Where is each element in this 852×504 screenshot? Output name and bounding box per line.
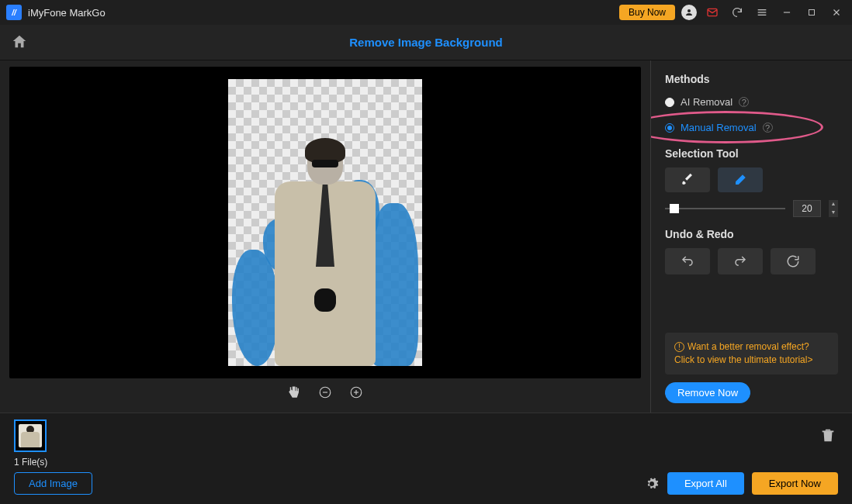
- undo-button[interactable]: [665, 248, 710, 274]
- canvas-tools: [9, 378, 641, 406]
- export-now-button[interactable]: Export Now: [752, 472, 838, 495]
- tip-text: Want a better removal effect? Click to v…: [674, 341, 812, 365]
- brush-size-row: 20 ▲▼: [665, 200, 838, 217]
- zoom-in-icon[interactable]: [348, 385, 364, 400]
- titlebar: // iMyFone MarkGo Buy Now: [0, 0, 852, 25]
- user-icon[interactable]: [681, 5, 697, 20]
- bottom-panel: 1 File(s) Add Image Export All Export No…: [0, 413, 852, 504]
- method-ai-radio[interactable]: AI Removal ?: [665, 93, 838, 111]
- minimize-button[interactable]: [778, 3, 796, 22]
- tutorial-tip[interactable]: !Want a better removal effect? Click to …: [665, 333, 838, 375]
- help-icon[interactable]: ?: [763, 123, 773, 133]
- undo-redo-title: Undo & Redo: [665, 228, 838, 240]
- refresh-icon[interactable]: [728, 3, 746, 22]
- trash-icon[interactable]: [819, 426, 838, 445]
- remove-now-button[interactable]: Remove Now: [665, 382, 750, 403]
- zoom-out-icon[interactable]: [317, 385, 333, 400]
- pan-icon[interactable]: [286, 385, 302, 400]
- thumbnails-row: [14, 419, 838, 452]
- main-area: Methods AI Removal ? Manual Removal ? Se…: [0, 60, 852, 413]
- image-preview: [228, 79, 422, 366]
- add-image-button[interactable]: Add Image: [14, 472, 92, 495]
- svg-point-0: [687, 9, 691, 12]
- brush-size-slider[interactable]: [665, 208, 785, 209]
- method-manual-radio[interactable]: Manual Removal ?: [665, 119, 838, 136]
- menu-icon[interactable]: [753, 3, 771, 22]
- redo-button[interactable]: [718, 248, 763, 274]
- sidebar: Methods AI Removal ? Manual Removal ? Se…: [650, 60, 852, 413]
- app-logo: //: [6, 5, 22, 20]
- method-ai-label: AI Removal: [681, 96, 733, 108]
- close-button[interactable]: [827, 3, 846, 22]
- buy-now-button[interactable]: Buy Now: [619, 5, 675, 20]
- export-all-button[interactable]: Export All: [667, 472, 744, 495]
- brush-tool-button[interactable]: [665, 167, 710, 192]
- maximize-button[interactable]: [802, 3, 821, 22]
- radio-icon: [665, 123, 674, 133]
- svg-rect-6: [809, 10, 815, 16]
- header: Remove Image Background: [0, 25, 852, 60]
- canvas[interactable]: [9, 67, 641, 378]
- thumbnail[interactable]: [14, 419, 47, 452]
- warning-icon: !: [674, 342, 684, 352]
- radio-icon: [665, 98, 674, 107]
- canvas-column: [0, 60, 650, 413]
- file-count: 1 File(s): [14, 457, 838, 468]
- brush-size-stepper[interactable]: ▲▼: [829, 200, 838, 217]
- settings-icon[interactable]: [644, 476, 660, 492]
- eraser-tool-button[interactable]: [718, 167, 763, 192]
- methods-title: Methods: [665, 73, 838, 85]
- page-title: Remove Image Background: [29, 36, 841, 49]
- brush-size-value[interactable]: 20: [793, 200, 821, 217]
- help-icon[interactable]: ?: [739, 97, 749, 107]
- reset-button[interactable]: [771, 248, 816, 274]
- svg-rect-14: [823, 431, 834, 433]
- selection-tool-title: Selection Tool: [665, 147, 838, 160]
- method-manual-label: Manual Removal: [681, 122, 757, 133]
- app-title: iMyFone MarkGo: [28, 7, 106, 19]
- mail-icon[interactable]: [703, 3, 722, 22]
- home-icon[interactable]: [11, 33, 29, 52]
